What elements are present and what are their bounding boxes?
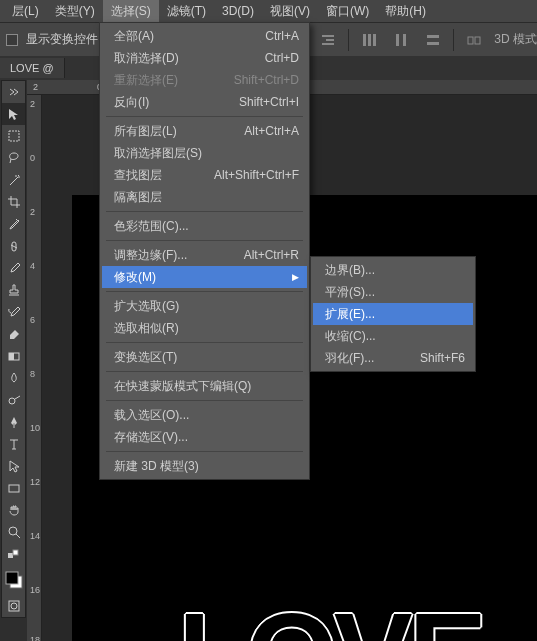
move-tool[interactable]: [2, 103, 25, 125]
path-select-tool[interactable]: [2, 455, 25, 477]
menu-item-label: 查找图层: [114, 167, 162, 184]
modify-menu-item[interactable]: 平滑(S)...: [313, 281, 473, 303]
tab-toggle-icon[interactable]: [2, 81, 25, 103]
toolbox: [1, 80, 26, 618]
marquee-tool[interactable]: [2, 125, 25, 147]
select-menu-item[interactable]: 变换选区(T): [102, 346, 307, 368]
menu-item-shortcut: Alt+Shift+Ctrl+F: [214, 168, 299, 182]
select-menu-item[interactable]: 查找图层Alt+Shift+Ctrl+F: [102, 164, 307, 186]
menu-select[interactable]: 选择(S): [103, 0, 159, 23]
menu-item-label: 所有图层(L): [114, 123, 177, 140]
svg-rect-23: [9, 485, 19, 492]
menu-type[interactable]: 类型(Y): [47, 0, 103, 23]
hand-tool[interactable]: [2, 499, 25, 521]
select-menu-item[interactable]: 取消选择图层(S): [102, 142, 307, 164]
distribute-icon-3[interactable]: [421, 30, 445, 50]
menu-item-label: 选取相似(R): [114, 320, 179, 337]
svg-point-24: [9, 527, 17, 535]
history-brush-tool[interactable]: [2, 301, 25, 323]
select-menu-item[interactable]: 选取相似(R): [102, 317, 307, 339]
quickmask-tool[interactable]: [2, 595, 25, 617]
modify-menu-item[interactable]: 扩展(E)...: [313, 303, 473, 325]
eyedropper-tool[interactable]: [2, 213, 25, 235]
mode-3d-button[interactable]: 3D 模式: [494, 31, 537, 48]
select-menu-item[interactable]: 在快速蒙版模式下编辑(Q): [102, 375, 307, 397]
modify-menu-item[interactable]: 边界(B)...: [313, 259, 473, 281]
select-menu-item[interactable]: 反向(I)Shift+Ctrl+I: [102, 91, 307, 113]
brush-tool[interactable]: [2, 257, 25, 279]
canvas-text-love: LOVE: [178, 587, 483, 641]
rectangle-tool[interactable]: [2, 477, 25, 499]
color-swap-icon[interactable]: [2, 543, 25, 565]
menu-layer[interactable]: 层(L): [4, 0, 47, 23]
menu-item-label: 修改(M): [114, 269, 156, 286]
svg-rect-8: [322, 43, 334, 45]
wand-tool[interactable]: [2, 169, 25, 191]
distribute-icon[interactable]: [357, 30, 381, 50]
menu-item-label: 扩大选取(G): [114, 298, 179, 315]
menu-item-shortcut: Ctrl+A: [265, 29, 299, 43]
svg-rect-13: [403, 34, 406, 46]
select-menu-dropdown: 全部(A)Ctrl+A取消选择(D)Ctrl+D重新选择(E)Shift+Ctr…: [99, 22, 310, 480]
modify-menu-item[interactable]: 收缩(C)...: [313, 325, 473, 347]
stamp-tool[interactable]: [2, 279, 25, 301]
select-menu-item[interactable]: 隔离图层: [102, 186, 307, 208]
menu-item-label: 扩展(E)...: [325, 306, 375, 323]
modify-submenu: 边界(B)...平滑(S)...扩展(E)...收缩(C)...羽化(F)...…: [310, 256, 476, 372]
dodge-tool[interactable]: [2, 389, 25, 411]
blur-tool[interactable]: [2, 367, 25, 389]
select-menu-item[interactable]: 全部(A)Ctrl+A: [102, 25, 307, 47]
ruler-vertical: 2 0 2 4 6 8 10 12 14 16 18: [27, 95, 42, 641]
crop-tool[interactable]: [2, 191, 25, 213]
menu-separator: [106, 371, 303, 372]
lasso-tool[interactable]: [2, 147, 25, 169]
modify-menu-item[interactable]: 羽化(F)...Shift+F6: [313, 347, 473, 369]
gradient-tool[interactable]: [2, 345, 25, 367]
eraser-tool[interactable]: [2, 323, 25, 345]
select-menu-item[interactable]: 修改(M)▶: [102, 266, 307, 288]
document-tab[interactable]: LOVE @: [0, 58, 65, 78]
type-tool[interactable]: [2, 433, 25, 455]
select-menu-item[interactable]: 新建 3D 模型(3): [102, 455, 307, 477]
select-menu-item[interactable]: 调整边缘(F)...Alt+Ctrl+R: [102, 244, 307, 266]
submenu-arrow-icon: ▶: [292, 272, 299, 282]
menu-window[interactable]: 窗口(W): [318, 0, 377, 23]
svg-rect-6: [322, 35, 334, 37]
select-menu-item[interactable]: 扩大选取(G): [102, 295, 307, 317]
menu-separator: [106, 211, 303, 212]
menu-item-shortcut: Shift+Ctrl+D: [234, 73, 299, 87]
menu-item-label: 在快速蒙版模式下编辑(Q): [114, 378, 251, 395]
separator: [453, 29, 454, 51]
menu-separator: [106, 291, 303, 292]
menu-filter[interactable]: 滤镜(T): [159, 0, 214, 23]
show-transform-label: 显示变换控件: [26, 31, 98, 48]
color-swatches[interactable]: [2, 565, 25, 595]
healing-tool[interactable]: [2, 235, 25, 257]
menu-item-label: 新建 3D 模型(3): [114, 458, 199, 475]
pen-tool[interactable]: [2, 411, 25, 433]
menu-item-label: 调整边缘(F)...: [114, 247, 187, 264]
select-menu-item[interactable]: 所有图层(L)Alt+Ctrl+A: [102, 120, 307, 142]
select-menu-item[interactable]: 载入选区(O)...: [102, 404, 307, 426]
menu-item-label: 边界(B)...: [325, 262, 375, 279]
distribute-icon-2[interactable]: [389, 30, 413, 50]
align-group-icon[interactable]: [462, 30, 486, 50]
menu-view[interactable]: 视图(V): [262, 0, 318, 23]
select-menu-item[interactable]: 取消选择(D)Ctrl+D: [102, 47, 307, 69]
menu-3d[interactable]: 3D(D): [214, 1, 262, 21]
select-menu-item[interactable]: 色彩范围(C)...: [102, 215, 307, 237]
menu-bar: 层(L) 类型(Y) 选择(S) 滤镜(T) 3D(D) 视图(V) 窗口(W)…: [0, 0, 537, 22]
menu-help[interactable]: 帮助(H): [377, 0, 434, 23]
svg-rect-11: [373, 34, 376, 46]
align-icon-3[interactable]: [316, 30, 340, 50]
menu-separator: [106, 342, 303, 343]
svg-rect-18: [9, 131, 19, 141]
menu-separator: [106, 451, 303, 452]
menu-item-label: 变换选区(T): [114, 349, 177, 366]
menu-item-label: 反向(I): [114, 94, 149, 111]
select-menu-item[interactable]: 存储选区(V)...: [102, 426, 307, 448]
show-transform-checkbox[interactable]: [6, 34, 18, 46]
menu-item-shortcut: Alt+Ctrl+A: [244, 124, 299, 138]
zoom-tool[interactable]: [2, 521, 25, 543]
svg-rect-12: [396, 34, 399, 46]
